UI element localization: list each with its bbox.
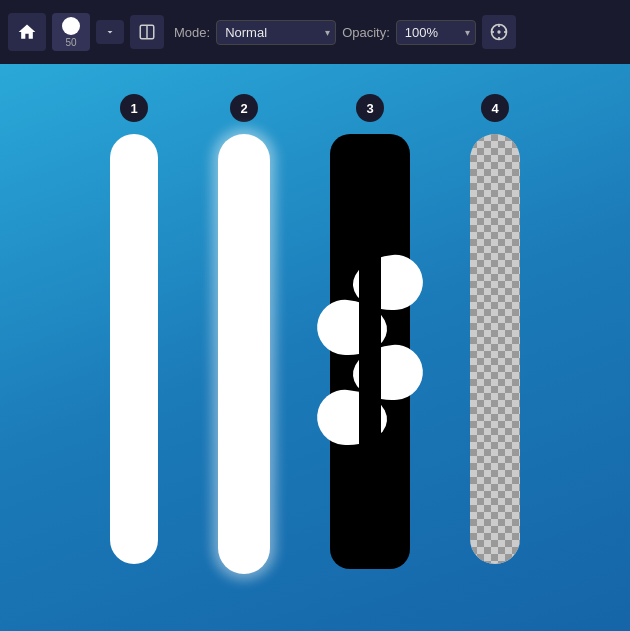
stroke-column-2: 2 [218,94,270,574]
chevron-down-icon [104,26,116,38]
target-button[interactable] [482,15,516,49]
svg-point-3 [498,31,500,33]
toolbar: 50 Mode: Normal Multiply Screen Overlay … [0,0,630,64]
stroke-column-4: 4 [470,94,520,564]
stroke-1-badge: 1 [120,94,148,122]
stroke-column-3: 3 [330,94,410,569]
stroke-4-shape [470,134,520,564]
home-button[interactable] [8,13,46,51]
brush-dot [62,17,80,35]
stroke-4-badge: 4 [481,94,509,122]
brush-style-button[interactable] [130,15,164,49]
mode-select-wrapper: Normal Multiply Screen Overlay ▾ [216,20,336,45]
checker-pattern [470,134,520,564]
mode-section: Mode: Normal Multiply Screen Overlay ▾ [174,20,336,45]
mode-select[interactable]: Normal Multiply Screen Overlay [216,20,336,45]
stroke-2-badge: 2 [230,94,258,122]
stroke-3-badge: 3 [356,94,384,122]
home-icon [17,22,37,42]
opacity-select-wrapper: 100% 75% 50% 25% ▾ [396,20,476,45]
brush-style-icon [138,23,156,41]
opacity-select[interactable]: 100% 75% 50% 25% [396,20,476,45]
target-icon [489,22,509,42]
stroke-2-shape [218,134,270,574]
stroke-3-center-line [359,134,381,569]
brush-size-label: 50 [65,37,76,48]
stroke-column-1: 1 [110,94,158,564]
opacity-section: Opacity: 100% 75% 50% 25% ▾ [342,20,476,45]
stroke-1-shape [110,134,158,564]
opacity-label: Opacity: [342,25,390,40]
stroke-3-shape [330,134,410,569]
brush-dropdown-button[interactable] [96,20,124,44]
canvas-area: 1 2 3 4 [0,64,630,631]
brush-tool-button[interactable]: 50 [52,13,90,51]
mode-label: Mode: [174,25,210,40]
strokes-row: 1 2 3 4 [0,94,630,574]
